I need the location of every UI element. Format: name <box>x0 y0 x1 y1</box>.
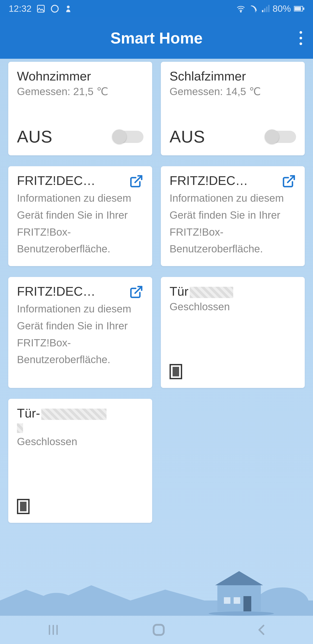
person-icon <box>64 4 72 13</box>
room-card-schlafzimmer[interactable]: Schlafzimmer Gemessen: 14,5 ℃ AUS <box>161 62 305 155</box>
toggle-switch[interactable] <box>266 131 296 143</box>
redacted-text <box>41 408 106 420</box>
svg-point-12 <box>257 588 309 616</box>
battery-text: 80% <box>273 4 291 14</box>
svg-text:1: 1 <box>255 9 257 13</box>
svg-point-3 <box>240 11 241 12</box>
svg-rect-10 <box>295 7 301 11</box>
card-description: Informationen zu diesem Gerät finden Sie… <box>17 190 143 258</box>
overflow-menu-button[interactable] <box>300 31 302 45</box>
room-card-wohnzimmer[interactable]: Wohnzimmer Gemessen: 21,5 ℃ AUS <box>8 62 152 155</box>
svg-rect-5 <box>262 10 263 12</box>
svg-marker-15 <box>215 571 263 585</box>
redacted-text <box>17 424 23 433</box>
door-state: Geschlossen <box>17 435 143 449</box>
device-info-card[interactable]: FRITZ!DEC… Informationen zu diesem Gerät… <box>8 277 152 388</box>
house-scenery-illustration <box>0 559 313 616</box>
picture-icon <box>36 4 45 13</box>
svg-point-19 <box>209 611 274 616</box>
app-bar: Smart Home <box>0 18 313 59</box>
door-closed-icon <box>170 364 182 379</box>
svg-rect-17 <box>224 597 230 604</box>
battery-icon <box>294 6 304 12</box>
wifi-icon <box>236 4 246 13</box>
page-title: Smart Home <box>110 29 203 47</box>
card-grid: Wohnzimmer Gemessen: 21,5 ℃ AUS Schlafzi… <box>0 59 313 523</box>
external-link-icon[interactable] <box>282 174 296 188</box>
door-closed-icon <box>17 499 29 514</box>
card-description: Informationen zu diesem Gerät finden Sie… <box>17 300 143 368</box>
system-nav-bar <box>0 616 313 644</box>
svg-point-1 <box>51 5 58 12</box>
card-title: FRITZ!DEC… <box>170 173 248 188</box>
external-link-icon[interactable] <box>129 174 143 188</box>
signal-icon <box>261 4 270 13</box>
card-title: Tür- <box>17 406 143 420</box>
card-description: Informationen zu diesem Gerät finden Sie… <box>170 190 296 258</box>
redacted-text <box>190 287 233 298</box>
card-title: FRITZ!DEC… <box>17 173 95 188</box>
card-temperature: Gemessen: 21,5 ℃ <box>17 85 143 99</box>
svg-rect-8 <box>268 5 270 12</box>
svg-point-13 <box>37 593 76 616</box>
door-sensor-card[interactable]: Tür- Geschlossen <box>8 399 152 523</box>
toggle-switch[interactable] <box>113 131 143 143</box>
card-title: Tür <box>170 284 296 298</box>
recents-button[interactable] <box>44 623 62 636</box>
switch-state-label: AUS <box>17 127 52 147</box>
card-title: Wohnzimmer <box>17 69 143 83</box>
card-title: Schlafzimmer <box>170 69 296 83</box>
door-sensor-card[interactable]: Tür Geschlossen <box>161 277 305 388</box>
svg-rect-6 <box>264 8 265 12</box>
svg-rect-11 <box>303 8 304 10</box>
clock: 12:32 <box>9 4 31 14</box>
external-link-icon[interactable] <box>129 285 143 299</box>
svg-rect-14 <box>217 585 261 611</box>
card-title: FRITZ!DEC… <box>17 284 95 298</box>
svg-rect-23 <box>154 625 164 635</box>
wifi-call-icon: 1 <box>249 4 258 13</box>
home-button[interactable] <box>151 622 166 638</box>
card-temperature: Gemessen: 14,5 ℃ <box>170 85 296 99</box>
circle-icon <box>50 4 59 13</box>
device-info-card[interactable]: FRITZ!DEC… Informationen zu diesem Gerät… <box>8 166 152 266</box>
svg-rect-18 <box>234 597 240 604</box>
svg-rect-7 <box>266 7 267 12</box>
status-bar: 12:32 1 80% <box>0 0 313 18</box>
svg-point-2 <box>67 6 70 8</box>
switch-state-label: AUS <box>170 127 205 147</box>
device-info-card[interactable]: FRITZ!DEC… Informationen zu diesem Gerät… <box>161 166 305 266</box>
door-state: Geschlossen <box>170 300 296 314</box>
back-button[interactable] <box>255 622 269 638</box>
svg-rect-16 <box>244 596 251 611</box>
